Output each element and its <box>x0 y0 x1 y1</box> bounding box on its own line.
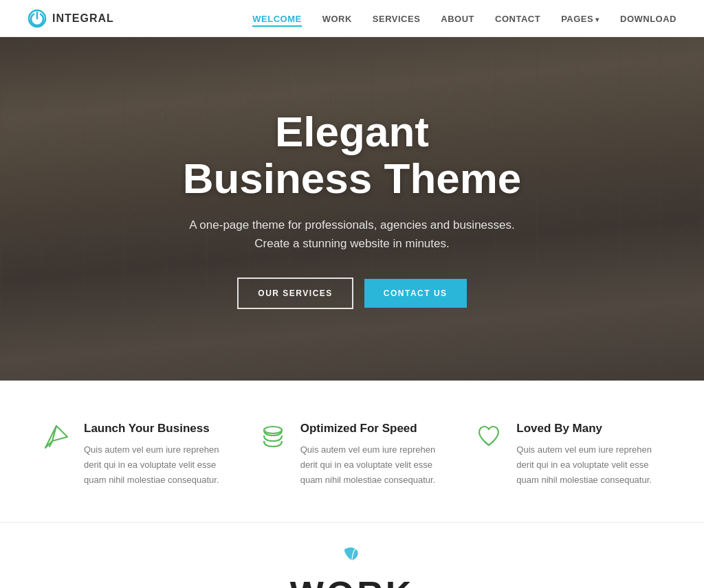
feature-speed-text: Optimized For Speed Quis autem vel eum i… <box>300 422 447 488</box>
hero-buttons: OUR SERVICES CONTACT US <box>183 278 522 309</box>
nav-item-welcome[interactable]: WELCOME <box>252 12 301 25</box>
feature-speed: Optimized For Speed Quis autem vel eum i… <box>258 422 447 488</box>
leaf-icon <box>28 543 676 568</box>
logo-text: INTEGRAL <box>52 12 114 25</box>
nav-item-download[interactable]: DOWNLOAD <box>620 12 676 25</box>
our-services-button[interactable]: OUR SERVICES <box>237 278 353 309</box>
nav-link-contact[interactable]: CONTACT <box>495 14 540 24</box>
feature-loved-body: Quis autem vel eum iure reprehen derit q… <box>516 442 663 488</box>
nav-link-pages[interactable]: PAGES <box>561 14 600 24</box>
logo[interactable]: INTEGRAL <box>28 9 114 28</box>
database-icon <box>258 422 288 452</box>
nav-link-services[interactable]: SERVICES <box>373 14 421 24</box>
hero-title-line2: Business Theme <box>183 155 522 202</box>
hero-subtitle-line2: Create a stunning website in minutes. <box>254 237 450 250</box>
feature-speed-body: Quis autem vel eum iure reprehen derit q… <box>300 442 447 488</box>
hero-section: Elegant Business Theme A one-page theme … <box>0 37 704 381</box>
feature-loved-text: Loved By Many Quis autem vel eum iure re… <box>516 422 663 488</box>
nav-item-pages[interactable]: PAGES <box>561 12 600 25</box>
nav-link-welcome[interactable]: WELCOME <box>252 14 301 27</box>
nav-link-about[interactable]: ABOUT <box>441 14 474 24</box>
hero-title: Elegant Business Theme <box>183 109 522 202</box>
paper-plane-icon <box>41 422 72 452</box>
feature-launch-text: Launch Your Business Quis autem vel eum … <box>84 422 230 488</box>
svg-point-4 <box>264 427 282 433</box>
feature-launch-title: Launch Your Business <box>84 422 230 436</box>
feature-launch: Launch Your Business Quis autem vel eum … <box>41 422 230 488</box>
feature-launch-body: Quis autem vel eum iure reprehen derit q… <box>84 442 230 488</box>
navbar: INTEGRAL WELCOME WORK SERVICES ABOUT CON… <box>0 0 704 37</box>
features-section: Launch Your Business Quis autem vel eum … <box>0 381 704 522</box>
svg-marker-1 <box>45 426 67 448</box>
hero-subtitle-line1: A one-page theme for professionals, agen… <box>189 218 514 231</box>
logo-icon <box>28 9 47 28</box>
feature-loved-title: Loved By Many <box>516 422 663 436</box>
nav-item-about[interactable]: ABOUT <box>441 12 474 25</box>
heart-icon <box>474 422 504 452</box>
work-section: WORK Donec nec justo eget felis facilisi… <box>0 522 704 588</box>
work-title: WORK <box>28 574 676 588</box>
hero-content: Elegant Business Theme A one-page theme … <box>169 109 536 310</box>
nav-links: WELCOME WORK SERVICES ABOUT CONTACT PAGE… <box>252 12 676 25</box>
nav-item-work[interactable]: WORK <box>322 12 352 25</box>
feature-loved: Loved By Many Quis autem vel eum iure re… <box>474 422 663 488</box>
feature-speed-title: Optimized For Speed <box>300 422 447 436</box>
nav-item-services[interactable]: SERVICES <box>373 12 421 25</box>
hero-title-line1: Elegant <box>275 108 429 155</box>
nav-link-download[interactable]: DOWNLOAD <box>620 14 676 24</box>
hero-subtitle: A one-page theme for professionals, agen… <box>183 216 522 253</box>
nav-item-contact[interactable]: CONTACT <box>495 12 540 25</box>
nav-link-work[interactable]: WORK <box>322 14 352 24</box>
contact-us-button[interactable]: CONTACT US <box>364 279 467 308</box>
